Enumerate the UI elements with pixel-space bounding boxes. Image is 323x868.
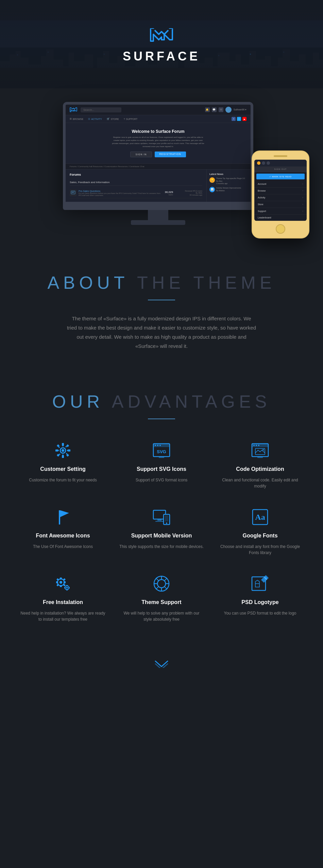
phone-menu-browse[interactable]: Browse › xyxy=(254,188,307,194)
svg-icons-title: Support SVG Icons xyxy=(137,466,186,472)
brand-title: SURFACE xyxy=(123,49,200,64)
svg-rect-43 xyxy=(305,65,313,88)
advantages-section: OUR ADVANTAGES xyxy=(0,371,323,650)
monitor-frame: Search... 🔔 💬 ⚙ Sullivan96 ▾ ⊞ BROWSE xyxy=(63,102,253,205)
svg-text:Aa: Aa xyxy=(255,513,265,521)
svg-rect-51 xyxy=(218,55,219,56)
monitor-screen: Search... 🔔 💬 ⚙ Sullivan96 ▾ ⊞ BROWSE xyxy=(66,105,251,202)
forum-row-last-post: Renewal IPS & more By RNA 30 minutes ago xyxy=(175,190,202,196)
svg-rect-6 xyxy=(41,56,47,88)
phone-menu-support-label: Support xyxy=(258,210,266,212)
phone-screen: SIGN OUT ✓ MARK SITE READ Account › Brow… xyxy=(254,160,307,221)
news-icon-1: 💡 xyxy=(209,177,215,183)
svg-rect-18 xyxy=(124,66,136,88)
forum-welcome-banner: Welcome to Surface Forum Register now to… xyxy=(66,123,251,164)
free-install-desc: Need help in installation? We always are… xyxy=(20,610,105,622)
svg-rect-5 xyxy=(28,65,41,88)
subnav-support: ? SUPPORT xyxy=(124,118,138,120)
svg-rect-15 xyxy=(103,51,109,88)
phone-mark-read-button[interactable]: ✓ MARK SITE READ xyxy=(256,174,305,179)
svg-rect-14 xyxy=(97,58,104,88)
svg-point-104 xyxy=(66,587,68,589)
advantage-code-optimization: Code Optimization Clean and functional c… xyxy=(218,440,303,489)
phone-nav-bar xyxy=(254,160,307,166)
forum-sidebar: Latest News 💡 Theme Tip: App-specific Pl… xyxy=(206,170,251,202)
psd-icon xyxy=(249,573,271,595)
phone-nav-dot-2 xyxy=(262,161,265,165)
phone-signout-button[interactable]: SIGN OUT xyxy=(254,166,307,172)
svg-rect-4 xyxy=(20,58,29,88)
mobile-desc: This style supports the size for mobile … xyxy=(119,544,204,550)
svg-point-110 xyxy=(157,580,166,588)
forum-row-desc: Do you have questions before you purchas… xyxy=(79,192,163,196)
latest-news-heading: Latest News xyxy=(209,173,248,175)
welcome-title: Welcome to Surface Forum xyxy=(72,129,244,134)
phone-home-button[interactable] xyxy=(276,224,285,234)
phone-nav-dot-3 xyxy=(267,161,270,165)
social-links: f t ▶ xyxy=(232,117,247,121)
phone-menu-activity[interactable]: Activity › xyxy=(254,194,307,201)
about-description: The theme of «Surface» is a fully modern… xyxy=(66,314,257,351)
svg-line-116 xyxy=(165,578,167,581)
advantage-customer-setting: Customer Setting Customize the forum to … xyxy=(20,440,105,489)
code-optimization-title: Code Optimization xyxy=(236,466,284,472)
svg-rect-11 xyxy=(73,61,85,88)
svg-rect-46 xyxy=(17,54,18,55)
svg-rect-98 xyxy=(64,581,66,583)
about-section: ABOUT THE THEME The theme of «Surface» i… xyxy=(0,245,323,371)
svg-point-78 xyxy=(253,445,255,446)
theme-support-icon xyxy=(151,573,172,595)
about-divider xyxy=(148,300,175,300)
hero-section: SURFACE xyxy=(0,0,323,88)
activity-icon: ◎ xyxy=(88,118,90,120)
svg-rect-7 xyxy=(46,49,54,88)
flag-icon xyxy=(52,506,74,528)
phone-menu-leaderboard[interactable]: Leaderboard xyxy=(254,215,307,221)
facebook-icon: f xyxy=(232,117,236,121)
forums-heading: Forums xyxy=(70,173,202,176)
twitter-icon: t xyxy=(237,117,241,121)
customer-setting-title: Customer Setting xyxy=(40,466,85,472)
forum-row-icon xyxy=(70,190,76,196)
svg-rect-40 xyxy=(283,49,290,88)
theme-support-title: Theme Support xyxy=(141,599,181,605)
subnav-activity: ◎ ACTIVITY xyxy=(88,118,102,120)
svg-rect-28 xyxy=(199,63,205,88)
monitor-neck xyxy=(148,210,168,220)
footer-chevron xyxy=(0,650,323,678)
forum-nav-bar: Search... 🔔 💬 ⚙ Sullivan96 ▾ xyxy=(66,105,251,115)
phone-menu-account[interactable]: Account › xyxy=(254,181,307,188)
forum-search-input[interactable]: Search... xyxy=(81,107,121,112)
register-button[interactable]: REGISTRATION xyxy=(155,152,186,157)
svg-point-79 xyxy=(256,445,257,446)
monitor-stand xyxy=(63,205,253,225)
svg-rect-61 xyxy=(55,449,58,451)
svg-rect-16 xyxy=(108,63,118,88)
support-icon: ? xyxy=(124,118,125,120)
svg-rect-3 xyxy=(16,51,21,88)
svg-rect-41 xyxy=(289,61,300,88)
svg-point-68 xyxy=(62,449,64,452)
psd-logotype-desc: You can use PSD format to edit the logo xyxy=(224,610,296,616)
svg-rect-95 xyxy=(60,578,62,580)
svg-rect-45 xyxy=(318,59,323,88)
svg-rect-42 xyxy=(299,54,306,88)
svg-rect-75 xyxy=(159,457,164,458)
phone-menu-store[interactable]: Store › xyxy=(254,201,307,208)
svg-rect-10 xyxy=(69,53,74,88)
svg-rect-24 xyxy=(169,61,178,88)
phone-menu-support[interactable]: Support › xyxy=(254,208,307,215)
news-text-2: Activity Stream Improvements By Matteo xyxy=(216,187,241,192)
svg-rect-106 xyxy=(66,589,68,590)
sign-in-button[interactable]: SIGN IN xyxy=(130,152,152,157)
subnav-store: 🛒 STORE xyxy=(107,118,119,120)
svg-rect-83 xyxy=(257,457,263,458)
svg-rect-60 xyxy=(62,455,64,458)
svg-rect-29 xyxy=(205,58,213,88)
customer-setting-desc: Customize the forum to fit your needs xyxy=(29,477,97,483)
forum-row-count-number: 36,029 xyxy=(165,191,173,194)
svg-rect-96 xyxy=(60,585,62,587)
svg-point-71 xyxy=(155,445,156,446)
svg-rect-31 xyxy=(218,53,230,88)
svg-rect-44 xyxy=(313,53,319,88)
